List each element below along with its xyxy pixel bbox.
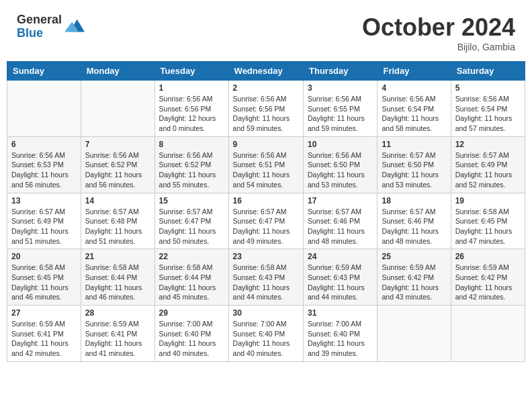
day-number: 9	[233, 140, 299, 149]
col-monday: Monday	[81, 62, 154, 81]
col-tuesday: Tuesday	[154, 62, 228, 81]
col-wednesday: Wednesday	[228, 62, 303, 81]
calendar-cell: 26Sunrise: 6:59 AMSunset: 6:42 PMDayligh…	[451, 249, 525, 306]
calendar-cell: 1Sunrise: 6:56 AMSunset: 6:56 PMDaylight…	[154, 81, 228, 137]
day-info: Sunrise: 6:58 AMSunset: 6:44 PMDaylight:…	[85, 263, 150, 302]
calendar-cell: 9Sunrise: 6:56 AMSunset: 6:51 PMDaylight…	[228, 136, 303, 193]
day-number: 3	[308, 83, 373, 93]
calendar-cell: 16Sunrise: 6:57 AMSunset: 6:47 PMDayligh…	[228, 193, 303, 249]
day-info: Sunrise: 6:56 AMSunset: 6:56 PMDaylight:…	[233, 94, 299, 134]
day-number: 4	[382, 83, 446, 93]
day-info: Sunrise: 6:56 AMSunset: 6:54 PMDaylight:…	[382, 94, 446, 134]
calendar-cell: 31Sunrise: 7:00 AMSunset: 6:40 PMDayligh…	[304, 306, 378, 362]
day-number: 11	[382, 140, 446, 149]
day-info: Sunrise: 6:59 AMSunset: 6:41 PMDaylight:…	[85, 319, 150, 359]
day-number: 16	[233, 196, 299, 205]
day-info: Sunrise: 6:59 AMSunset: 6:42 PMDaylight:…	[382, 263, 446, 302]
calendar-cell: 14Sunrise: 6:57 AMSunset: 6:48 PMDayligh…	[81, 193, 154, 249]
header-row: Sunday Monday Tuesday Wednesday Thursday…	[7, 62, 525, 81]
col-sunday: Sunday	[7, 62, 81, 81]
day-info: Sunrise: 6:56 AMSunset: 6:52 PMDaylight:…	[159, 150, 224, 190]
calendar-cell: 19Sunrise: 6:58 AMSunset: 6:45 PMDayligh…	[451, 193, 525, 249]
calendar-cell: 3Sunrise: 6:56 AMSunset: 6:55 PMDaylight…	[304, 81, 378, 137]
logo-blue-text: Blue	[17, 27, 62, 40]
day-number: 18	[382, 196, 446, 205]
month-title: October 2024	[362, 13, 515, 42]
col-thursday: Thursday	[304, 62, 378, 81]
day-info: Sunrise: 6:57 AMSunset: 6:49 PMDaylight:…	[11, 207, 77, 246]
day-info: Sunrise: 6:58 AMSunset: 6:45 PMDaylight:…	[11, 263, 77, 302]
day-number: 19	[455, 196, 521, 205]
day-number: 8	[159, 140, 224, 149]
calendar-header: Sunday Monday Tuesday Wednesday Thursday…	[7, 62, 525, 81]
calendar-cell: 4Sunrise: 6:56 AMSunset: 6:54 PMDaylight…	[378, 81, 451, 137]
day-number: 7	[85, 140, 150, 149]
calendar-cell: 6Sunrise: 6:56 AMSunset: 6:53 PMDaylight…	[7, 136, 81, 193]
location: Bijilo, Gambia	[362, 42, 515, 52]
day-info: Sunrise: 7:00 AMSunset: 6:40 PMDaylight:…	[233, 319, 299, 359]
day-number: 20	[11, 252, 77, 261]
day-number: 2	[233, 83, 299, 93]
day-number: 17	[308, 196, 373, 205]
day-number: 31	[308, 308, 373, 318]
day-number: 26	[455, 252, 521, 261]
calendar-week-2: 6Sunrise: 6:56 AMSunset: 6:53 PMDaylight…	[7, 136, 525, 193]
day-number: 30	[233, 308, 299, 318]
day-number: 23	[233, 252, 299, 261]
calendar-cell: 2Sunrise: 6:56 AMSunset: 6:56 PMDaylight…	[228, 81, 303, 137]
calendar-cell: 29Sunrise: 7:00 AMSunset: 6:40 PMDayligh…	[154, 306, 228, 362]
page-header: General Blue October 2024 Bijilo, Gambia	[7, 7, 525, 56]
calendar-week-1: 1Sunrise: 6:56 AMSunset: 6:56 PMDaylight…	[7, 81, 525, 137]
day-info: Sunrise: 6:56 AMSunset: 6:52 PMDaylight:…	[85, 150, 150, 190]
day-number: 10	[308, 140, 373, 149]
calendar-cell: 12Sunrise: 6:57 AMSunset: 6:49 PMDayligh…	[451, 136, 525, 193]
calendar-cell: 24Sunrise: 6:59 AMSunset: 6:43 PMDayligh…	[304, 249, 378, 306]
calendar-cell: 18Sunrise: 6:57 AMSunset: 6:46 PMDayligh…	[378, 193, 451, 249]
calendar-cell	[378, 306, 451, 362]
day-number: 1	[159, 83, 224, 93]
calendar-cell: 30Sunrise: 7:00 AMSunset: 6:40 PMDayligh…	[228, 306, 303, 362]
calendar-cell: 20Sunrise: 6:58 AMSunset: 6:45 PMDayligh…	[7, 249, 81, 306]
day-info: Sunrise: 6:59 AMSunset: 6:43 PMDaylight:…	[308, 263, 373, 302]
day-info: Sunrise: 6:57 AMSunset: 6:48 PMDaylight:…	[85, 207, 150, 246]
logo: General Blue	[17, 13, 85, 40]
calendar-cell: 7Sunrise: 6:56 AMSunset: 6:52 PMDaylight…	[81, 136, 154, 193]
calendar-cell: 22Sunrise: 6:58 AMSunset: 6:44 PMDayligh…	[154, 249, 228, 306]
day-info: Sunrise: 6:59 AMSunset: 6:41 PMDaylight:…	[11, 319, 77, 359]
calendar-cell: 10Sunrise: 6:56 AMSunset: 6:50 PMDayligh…	[304, 136, 378, 193]
calendar-cell: 5Sunrise: 6:56 AMSunset: 6:54 PMDaylight…	[451, 81, 525, 137]
calendar-cell: 11Sunrise: 6:57 AMSunset: 6:50 PMDayligh…	[378, 136, 451, 193]
day-info: Sunrise: 7:00 AMSunset: 6:40 PMDaylight:…	[308, 319, 373, 359]
day-number: 14	[85, 196, 150, 205]
day-info: Sunrise: 6:56 AMSunset: 6:51 PMDaylight:…	[233, 150, 299, 190]
day-number: 6	[11, 140, 77, 149]
day-info: Sunrise: 6:57 AMSunset: 6:46 PMDaylight:…	[382, 207, 446, 246]
calendar-cell: 21Sunrise: 6:58 AMSunset: 6:44 PMDayligh…	[81, 249, 154, 306]
calendar-cell	[7, 81, 81, 137]
calendar-cell: 28Sunrise: 6:59 AMSunset: 6:41 PMDayligh…	[81, 306, 154, 362]
day-info: Sunrise: 6:56 AMSunset: 6:50 PMDaylight:…	[308, 150, 373, 190]
day-number: 24	[308, 252, 373, 261]
title-block: October 2024 Bijilo, Gambia	[362, 13, 515, 52]
calendar-table: Sunday Monday Tuesday Wednesday Thursday…	[7, 61, 525, 362]
calendar-cell: 25Sunrise: 6:59 AMSunset: 6:42 PMDayligh…	[378, 249, 451, 306]
day-info: Sunrise: 6:58 AMSunset: 6:43 PMDaylight:…	[233, 263, 299, 302]
col-friday: Friday	[378, 62, 451, 81]
day-info: Sunrise: 6:57 AMSunset: 6:46 PMDaylight:…	[308, 207, 373, 246]
day-number: 21	[85, 252, 150, 261]
day-info: Sunrise: 6:57 AMSunset: 6:47 PMDaylight:…	[159, 207, 224, 246]
day-info: Sunrise: 6:56 AMSunset: 6:56 PMDaylight:…	[159, 94, 224, 134]
calendar-body: 1Sunrise: 6:56 AMSunset: 6:56 PMDaylight…	[7, 81, 525, 362]
calendar-cell	[81, 81, 154, 137]
calendar-cell: 13Sunrise: 6:57 AMSunset: 6:49 PMDayligh…	[7, 193, 81, 249]
day-number: 28	[85, 308, 150, 318]
logo-general-text: General	[17, 13, 62, 27]
day-info: Sunrise: 7:00 AMSunset: 6:40 PMDaylight:…	[159, 319, 224, 359]
day-info: Sunrise: 6:57 AMSunset: 6:47 PMDaylight:…	[233, 207, 299, 246]
calendar-cell: 8Sunrise: 6:56 AMSunset: 6:52 PMDaylight…	[154, 136, 228, 193]
day-number: 27	[11, 308, 77, 318]
day-info: Sunrise: 6:56 AMSunset: 6:54 PMDaylight:…	[455, 94, 521, 134]
day-number: 13	[11, 196, 77, 205]
day-info: Sunrise: 6:56 AMSunset: 6:53 PMDaylight:…	[11, 150, 77, 190]
day-info: Sunrise: 6:57 AMSunset: 6:49 PMDaylight:…	[455, 150, 521, 190]
